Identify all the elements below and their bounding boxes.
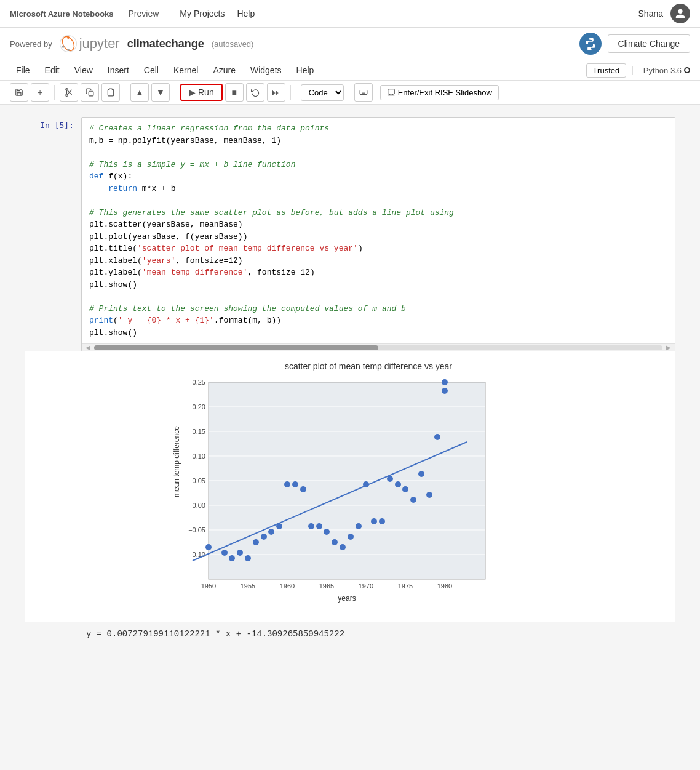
menu-view[interactable]: View [68,63,99,78]
svg-point-2 [67,36,70,39]
code-scrollbar[interactable]: ◀ ▶ [82,343,675,351]
toolbar-sep3 [175,85,175,100]
restart-button[interactable] [246,83,264,102]
scroll-left-arrow[interactable]: ◀ [83,344,93,351]
svg-point-56 [276,523,282,529]
svg-point-49 [221,550,228,556]
chart-container: scatter plot of mean temp difference vs … [172,361,565,612]
svg-point-52 [245,555,251,561]
jupyter-icon [60,35,77,52]
svg-text:0.00: 0.00 [193,502,205,509]
scroll-thumb [94,345,378,350]
powered-by: Powered by [10,39,52,49]
svg-point-77 [442,379,448,385]
svg-point-64 [340,544,346,550]
svg-text:0.10: 0.10 [193,452,205,460]
svg-point-75 [426,492,432,498]
my-projects-link[interactable]: My Projects [180,9,225,18]
python-badge [579,33,602,55]
save-button[interactable] [10,83,28,102]
svg-text:1970: 1970 [359,582,373,590]
menu-sep: | [631,65,634,75]
run-button[interactable]: ▶ Run [180,84,223,101]
trusted-button[interactable]: Trusted [586,63,627,78]
move-up-button[interactable]: ▲ [130,83,149,102]
user-avatar[interactable] [670,4,690,23]
python-version: Python 3.6 [643,66,690,75]
help-link[interactable]: Help [237,9,255,18]
code-cell: In [5]: # Creates a linear regression fr… [25,117,675,351]
cell-prompt: In [5]: [25,117,74,351]
copy-button[interactable] [81,83,99,102]
svg-point-4 [62,46,64,48]
topbar: Microsoft Azure Notebooks Preview My Pro… [0,0,700,28]
keyboard-shortcuts-button[interactable] [354,83,373,102]
toolbar: + ▲ ▼ ▶ Run ■ ⏭ Code Enter/Exit RISE Sli… [0,81,700,105]
cut-button[interactable] [60,83,78,102]
menubar: File Edit View Insert Cell Kernel Azure … [0,60,700,81]
svg-point-57 [284,481,290,487]
svg-point-67 [363,481,369,487]
y-axis-label: mean temp difference [172,426,181,497]
python-icon [584,37,597,50]
svg-point-70 [387,476,393,482]
toolbar-sep4 [290,85,291,100]
svg-rect-11 [109,89,113,90]
menu-file[interactable]: File [10,63,36,78]
menu-help[interactable]: Help [290,63,320,78]
menu-widgets[interactable]: Widgets [244,63,288,78]
brand-text: Microsoft Azure Notebooks [10,9,114,18]
climate-change-button[interactable]: Climate Change [608,34,690,53]
svg-point-68 [371,518,377,524]
stop-button[interactable]: ■ [225,83,244,102]
svg-point-61 [316,523,322,529]
svg-point-78 [442,388,448,394]
svg-point-65 [348,534,354,540]
menu-edit[interactable]: Edit [39,63,66,78]
svg-text:1980: 1980 [437,582,452,590]
svg-point-71 [395,481,401,487]
output-area: scatter plot of mean temp difference vs … [25,351,675,622]
move-down-button[interactable]: ▼ [151,83,170,102]
kernel-status-dot [684,67,690,73]
svg-point-54 [261,534,267,540]
cell-type-select[interactable]: Code [301,84,344,101]
svg-point-73 [410,497,416,503]
svg-point-58 [292,481,298,487]
topbar-right: Shana [638,4,690,23]
svg-text:1975: 1975 [398,582,413,590]
svg-point-50 [229,555,235,561]
fast-forward-button[interactable]: ⏭ [267,83,285,102]
rise-slideshow-button[interactable]: Enter/Exit RISE Slideshow [380,85,499,100]
add-cell-button[interactable]: + [31,83,49,102]
notebook-autosaved: (autosaved) [212,39,254,49]
toolbar-sep2 [125,85,125,100]
svg-text:1960: 1960 [280,582,295,590]
svg-point-74 [418,471,424,477]
svg-point-55 [268,529,274,535]
cell-content[interactable]: # Creates a linear regression from the d… [81,117,675,351]
svg-text:0.20: 0.20 [193,403,205,411]
notebook-name: climatechange [127,38,204,50]
svg-text:0.05: 0.05 [193,477,205,484]
svg-text:−0.05: −0.05 [188,526,205,534]
scroll-right-arrow[interactable]: ▶ [664,344,674,351]
svg-rect-12 [360,90,367,95]
menu-kernel[interactable]: Kernel [167,63,204,78]
svg-point-69 [379,518,385,524]
menu-cell[interactable]: Cell [138,63,165,78]
menu-azure[interactable]: Azure [207,63,242,78]
svg-point-48 [205,544,212,550]
svg-point-60 [308,523,314,529]
svg-rect-18 [388,89,394,94]
menu-insert[interactable]: Insert [101,63,135,78]
svg-point-72 [402,486,408,492]
svg-point-66 [356,523,362,529]
jupyter-logo: jupyter [60,35,120,52]
scroll-track[interactable] [94,345,662,350]
paste-button[interactable] [101,83,120,102]
svg-point-63 [332,539,338,545]
svg-text:−0.10: −0.10 [188,551,205,558]
svg-point-53 [253,539,259,545]
notebook-header: Powered by jupyter climatechange (autosa… [0,28,700,60]
